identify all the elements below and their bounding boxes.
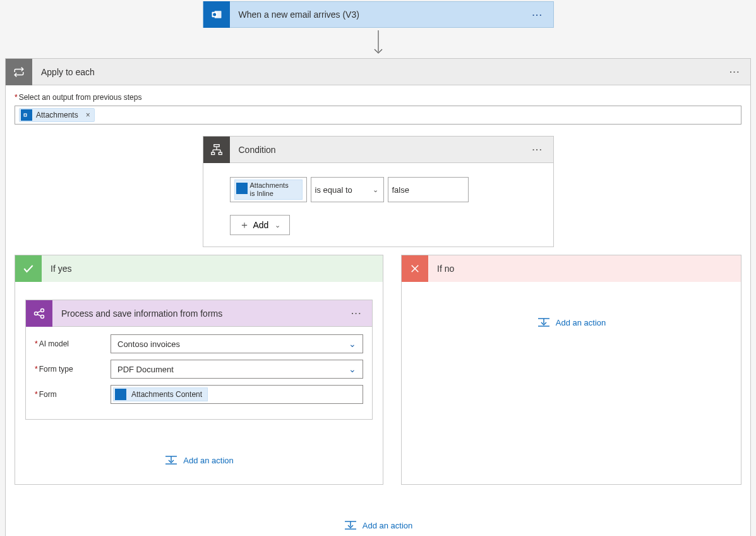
output-label: Select an output from previous steps — [15, 93, 741, 102]
outlook-icon — [203, 1, 230, 28]
apply-to-each-title: Apply to each — [32, 67, 719, 77]
chevron-down-icon: ⌄ — [373, 186, 378, 194]
condition-header[interactable]: Condition ··· — [203, 137, 553, 163]
ai-model-select[interactable]: Contoso invoices ⌄ — [111, 334, 363, 353]
plus-icon: ＋ — [239, 219, 249, 232]
form-type-value: PDF Document — [117, 365, 174, 374]
outlook-token-icon — [21, 109, 32, 121]
attachments-token-label: Attachments — [36, 111, 78, 119]
attachments-content-token-label: Attachments Content — [131, 390, 202, 399]
svg-point-5 — [25, 114, 27, 116]
condition-right-input[interactable]: false — [388, 177, 469, 202]
ai-model-label: AI model — [35, 339, 111, 348]
condition-title: Condition — [230, 145, 522, 155]
trigger-more-button[interactable]: ··· — [522, 10, 553, 20]
if-yes-branch: If yes — [15, 255, 383, 485]
svg-line-17 — [37, 314, 41, 316]
token-remove-icon[interactable]: × — [86, 111, 90, 119]
no-add-action-link[interactable]: Add an action — [412, 317, 731, 327]
condition-operator-value: is equal to — [315, 185, 352, 195]
process-action-header[interactable]: Process and save information from forms … — [26, 300, 372, 327]
form-type-select[interactable]: PDF Document ⌄ — [111, 360, 363, 379]
condition-add-button[interactable]: ＋ Add ⌄ — [230, 215, 291, 235]
trigger-card[interactable]: When a new email arrives (V3) ··· — [203, 1, 554, 28]
chevron-down-icon: ⌄ — [349, 364, 356, 374]
condition-right-value: false — [392, 185, 409, 195]
if-no-title: If no — [428, 264, 463, 274]
loop-icon — [6, 59, 32, 85]
cross-icon — [402, 255, 428, 282]
outlook-token-icon — [236, 183, 248, 194]
svg-point-2 — [213, 13, 216, 16]
if-yes-header[interactable]: If yes — [15, 255, 383, 282]
svg-rect-6 — [213, 144, 219, 146]
svg-point-13 — [35, 312, 38, 315]
process-action-more-button[interactable]: ··· — [341, 308, 372, 318]
add-action-icon — [537, 317, 551, 327]
svg-line-16 — [37, 310, 41, 312]
condition-add-label: Add — [253, 220, 269, 230]
ai-model-value: Contoso invoices — [117, 339, 180, 349]
attachments-token[interactable]: Attachments × — [19, 108, 95, 122]
condition-card: Condition ··· Attachments is Inline — [203, 136, 554, 247]
chevron-down-icon: ⌄ — [275, 221, 280, 229]
output-input[interactable]: Attachments × — [15, 106, 741, 125]
yes-add-action-link[interactable]: Add an action — [25, 455, 373, 465]
flow-arrow — [0, 28, 756, 58]
no-add-action-label: Add an action — [556, 318, 606, 327]
condition-operator-select[interactable]: is equal to ⌄ — [311, 177, 384, 202]
process-action-card: Process and save information from forms … — [25, 300, 373, 420]
outer-add-action-label: Add an action — [363, 521, 413, 530]
condition-more-button[interactable]: ··· — [522, 145, 553, 154]
apply-to-each-header[interactable]: Apply to each ··· — [6, 59, 750, 85]
add-action-icon — [164, 455, 178, 465]
condition-left-input[interactable]: Attachments is Inline — [230, 177, 307, 202]
svg-rect-11 — [211, 152, 214, 154]
apply-to-each-card: Apply to each ··· Select an output from … — [5, 58, 751, 536]
add-action-icon — [344, 520, 357, 530]
condition-left-line2: is Inline — [250, 190, 297, 198]
svg-point-14 — [41, 308, 44, 312]
form-type-label: Form type — [35, 365, 111, 374]
check-icon — [15, 255, 42, 282]
if-no-header[interactable]: If no — [402, 255, 741, 282]
condition-left-line1: Attachments — [250, 181, 297, 190]
form-label: Form — [35, 390, 111, 399]
chevron-down-icon: ⌄ — [349, 339, 356, 349]
outlook-token-icon — [115, 389, 126, 400]
if-no-branch: If no Add a — [401, 255, 741, 485]
svg-point-15 — [41, 315, 44, 318]
process-action-title: Process and save information from forms — [52, 308, 341, 319]
attachments-content-token[interactable]: Attachments Content — [113, 387, 208, 401]
trigger-title: When a new email arrives (V3) — [230, 9, 522, 20]
form-input[interactable]: Attachments Content — [111, 385, 363, 404]
svg-rect-12 — [219, 152, 222, 154]
condition-icon — [203, 137, 230, 163]
yes-add-action-label: Add an action — [183, 456, 234, 465]
ai-builder-icon — [26, 300, 52, 327]
if-yes-title: If yes — [42, 264, 80, 274]
outer-add-action-link[interactable]: Add an action — [15, 520, 741, 536]
apply-to-each-more-button[interactable]: ··· — [719, 67, 750, 76]
